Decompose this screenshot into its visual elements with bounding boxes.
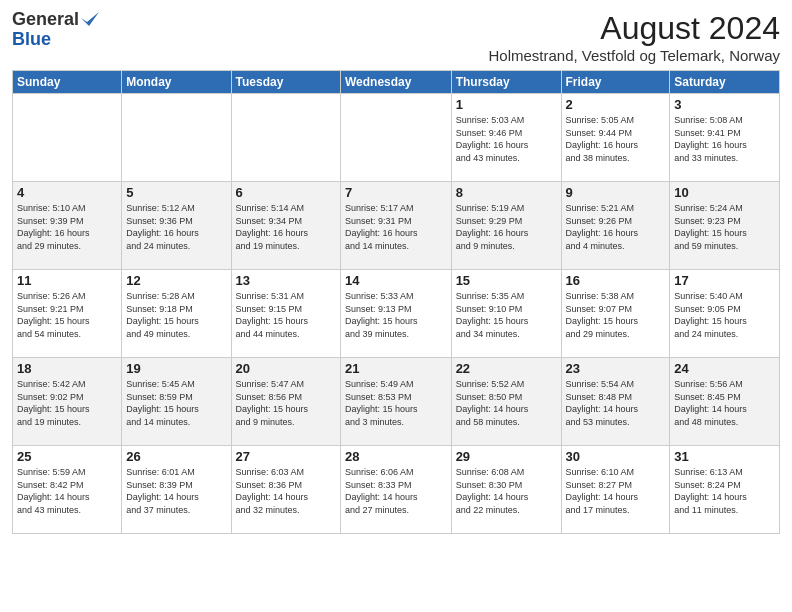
day-number: 20 (236, 361, 336, 376)
day-number: 23 (566, 361, 666, 376)
day-info: Sunrise: 5:38 AM Sunset: 9:07 PM Dayligh… (566, 290, 666, 340)
calendar-cell-w5-d6: 30Sunrise: 6:10 AM Sunset: 8:27 PM Dayli… (561, 446, 670, 534)
calendar-cell-w1-d5: 1Sunrise: 5:03 AM Sunset: 9:46 PM Daylig… (451, 94, 561, 182)
calendar-cell-w2-d1: 4Sunrise: 5:10 AM Sunset: 9:39 PM Daylig… (13, 182, 122, 270)
day-info: Sunrise: 6:03 AM Sunset: 8:36 PM Dayligh… (236, 466, 336, 516)
header-friday: Friday (561, 71, 670, 94)
calendar: Sunday Monday Tuesday Wednesday Thursday… (12, 70, 780, 534)
calendar-cell-w3-d4: 14Sunrise: 5:33 AM Sunset: 9:13 PM Dayli… (341, 270, 452, 358)
calendar-cell-w1-d6: 2Sunrise: 5:05 AM Sunset: 9:44 PM Daylig… (561, 94, 670, 182)
calendar-cell-w5-d4: 28Sunrise: 6:06 AM Sunset: 8:33 PM Dayli… (341, 446, 452, 534)
calendar-cell-w4-d2: 19Sunrise: 5:45 AM Sunset: 8:59 PM Dayli… (122, 358, 231, 446)
calendar-cell-w1-d2 (122, 94, 231, 182)
day-number: 30 (566, 449, 666, 464)
day-info: Sunrise: 5:52 AM Sunset: 8:50 PM Dayligh… (456, 378, 557, 428)
day-number: 29 (456, 449, 557, 464)
day-info: Sunrise: 5:35 AM Sunset: 9:10 PM Dayligh… (456, 290, 557, 340)
calendar-cell-w2-d3: 6Sunrise: 5:14 AM Sunset: 9:34 PM Daylig… (231, 182, 340, 270)
calendar-cell-w4-d3: 20Sunrise: 5:47 AM Sunset: 8:56 PM Dayli… (231, 358, 340, 446)
calendar-cell-w4-d1: 18Sunrise: 5:42 AM Sunset: 9:02 PM Dayli… (13, 358, 122, 446)
day-info: Sunrise: 5:49 AM Sunset: 8:53 PM Dayligh… (345, 378, 447, 428)
calendar-cell-w1-d1 (13, 94, 122, 182)
day-info: Sunrise: 5:12 AM Sunset: 9:36 PM Dayligh… (126, 202, 226, 252)
week-row-5: 25Sunrise: 5:59 AM Sunset: 8:42 PM Dayli… (13, 446, 780, 534)
day-info: Sunrise: 5:03 AM Sunset: 9:46 PM Dayligh… (456, 114, 557, 164)
logo-blue-text: Blue (12, 30, 99, 50)
day-info: Sunrise: 5:05 AM Sunset: 9:44 PM Dayligh… (566, 114, 666, 164)
day-number: 2 (566, 97, 666, 112)
calendar-cell-w2-d5: 8Sunrise: 5:19 AM Sunset: 9:29 PM Daylig… (451, 182, 561, 270)
day-info: Sunrise: 6:06 AM Sunset: 8:33 PM Dayligh… (345, 466, 447, 516)
header-tuesday: Tuesday (231, 71, 340, 94)
calendar-cell-w2-d2: 5Sunrise: 5:12 AM Sunset: 9:36 PM Daylig… (122, 182, 231, 270)
week-row-4: 18Sunrise: 5:42 AM Sunset: 9:02 PM Dayli… (13, 358, 780, 446)
calendar-cell-w3-d2: 12Sunrise: 5:28 AM Sunset: 9:18 PM Dayli… (122, 270, 231, 358)
header-monday: Monday (122, 71, 231, 94)
title-area: August 2024 Holmestrand, Vestfold og Tel… (488, 10, 780, 64)
day-number: 3 (674, 97, 775, 112)
day-info: Sunrise: 5:21 AM Sunset: 9:26 PM Dayligh… (566, 202, 666, 252)
subtitle: Holmestrand, Vestfold og Telemark, Norwa… (488, 47, 780, 64)
calendar-cell-w5-d3: 27Sunrise: 6:03 AM Sunset: 8:36 PM Dayli… (231, 446, 340, 534)
day-number: 15 (456, 273, 557, 288)
calendar-cell-w3-d5: 15Sunrise: 5:35 AM Sunset: 9:10 PM Dayli… (451, 270, 561, 358)
main-title: August 2024 (488, 10, 780, 47)
day-number: 1 (456, 97, 557, 112)
day-number: 11 (17, 273, 117, 288)
header-thursday: Thursday (451, 71, 561, 94)
day-number: 5 (126, 185, 226, 200)
calendar-cell-w3-d6: 16Sunrise: 5:38 AM Sunset: 9:07 PM Dayli… (561, 270, 670, 358)
day-info: Sunrise: 5:31 AM Sunset: 9:15 PM Dayligh… (236, 290, 336, 340)
svg-marker-0 (81, 12, 99, 26)
day-info: Sunrise: 5:56 AM Sunset: 8:45 PM Dayligh… (674, 378, 775, 428)
day-info: Sunrise: 5:08 AM Sunset: 9:41 PM Dayligh… (674, 114, 775, 164)
day-info: Sunrise: 6:08 AM Sunset: 8:30 PM Dayligh… (456, 466, 557, 516)
day-number: 8 (456, 185, 557, 200)
day-info: Sunrise: 5:33 AM Sunset: 9:13 PM Dayligh… (345, 290, 447, 340)
calendar-cell-w5-d5: 29Sunrise: 6:08 AM Sunset: 8:30 PM Dayli… (451, 446, 561, 534)
calendar-cell-w3-d3: 13Sunrise: 5:31 AM Sunset: 9:15 PM Dayli… (231, 270, 340, 358)
day-number: 17 (674, 273, 775, 288)
day-number: 6 (236, 185, 336, 200)
day-number: 13 (236, 273, 336, 288)
day-number: 14 (345, 273, 447, 288)
day-number: 26 (126, 449, 226, 464)
day-info: Sunrise: 5:47 AM Sunset: 8:56 PM Dayligh… (236, 378, 336, 428)
week-row-1: 1Sunrise: 5:03 AM Sunset: 9:46 PM Daylig… (13, 94, 780, 182)
day-number: 28 (345, 449, 447, 464)
day-info: Sunrise: 5:40 AM Sunset: 9:05 PM Dayligh… (674, 290, 775, 340)
logo-general-text: General (12, 10, 79, 30)
day-info: Sunrise: 5:26 AM Sunset: 9:21 PM Dayligh… (17, 290, 117, 340)
day-info: Sunrise: 5:10 AM Sunset: 9:39 PM Dayligh… (17, 202, 117, 252)
day-info: Sunrise: 5:59 AM Sunset: 8:42 PM Dayligh… (17, 466, 117, 516)
day-number: 24 (674, 361, 775, 376)
calendar-cell-w5-d2: 26Sunrise: 6:01 AM Sunset: 8:39 PM Dayli… (122, 446, 231, 534)
header-sunday: Sunday (13, 71, 122, 94)
day-info: Sunrise: 5:24 AM Sunset: 9:23 PM Dayligh… (674, 202, 775, 252)
day-number: 27 (236, 449, 336, 464)
day-number: 9 (566, 185, 666, 200)
day-info: Sunrise: 6:10 AM Sunset: 8:27 PM Dayligh… (566, 466, 666, 516)
day-number: 7 (345, 185, 447, 200)
header-wednesday: Wednesday (341, 71, 452, 94)
day-number: 22 (456, 361, 557, 376)
calendar-cell-w3-d1: 11Sunrise: 5:26 AM Sunset: 9:21 PM Dayli… (13, 270, 122, 358)
day-info: Sunrise: 5:17 AM Sunset: 9:31 PM Dayligh… (345, 202, 447, 252)
day-number: 21 (345, 361, 447, 376)
day-number: 16 (566, 273, 666, 288)
calendar-cell-w3-d7: 17Sunrise: 5:40 AM Sunset: 9:05 PM Dayli… (670, 270, 780, 358)
calendar-cell-w2-d7: 10Sunrise: 5:24 AM Sunset: 9:23 PM Dayli… (670, 182, 780, 270)
day-info: Sunrise: 5:19 AM Sunset: 9:29 PM Dayligh… (456, 202, 557, 252)
page: General Blue August 2024 Holmestrand, Ve… (0, 0, 792, 612)
calendar-cell-w5-d7: 31Sunrise: 6:13 AM Sunset: 8:24 PM Dayli… (670, 446, 780, 534)
day-number: 10 (674, 185, 775, 200)
header: General Blue August 2024 Holmestrand, Ve… (12, 10, 780, 64)
calendar-cell-w1-d4 (341, 94, 452, 182)
calendar-cell-w2-d4: 7Sunrise: 5:17 AM Sunset: 9:31 PM Daylig… (341, 182, 452, 270)
week-row-3: 11Sunrise: 5:26 AM Sunset: 9:21 PM Dayli… (13, 270, 780, 358)
day-info: Sunrise: 5:42 AM Sunset: 9:02 PM Dayligh… (17, 378, 117, 428)
calendar-cell-w5-d1: 25Sunrise: 5:59 AM Sunset: 8:42 PM Dayli… (13, 446, 122, 534)
calendar-cell-w4-d6: 23Sunrise: 5:54 AM Sunset: 8:48 PM Dayli… (561, 358, 670, 446)
day-info: Sunrise: 6:01 AM Sunset: 8:39 PM Dayligh… (126, 466, 226, 516)
week-row-2: 4Sunrise: 5:10 AM Sunset: 9:39 PM Daylig… (13, 182, 780, 270)
